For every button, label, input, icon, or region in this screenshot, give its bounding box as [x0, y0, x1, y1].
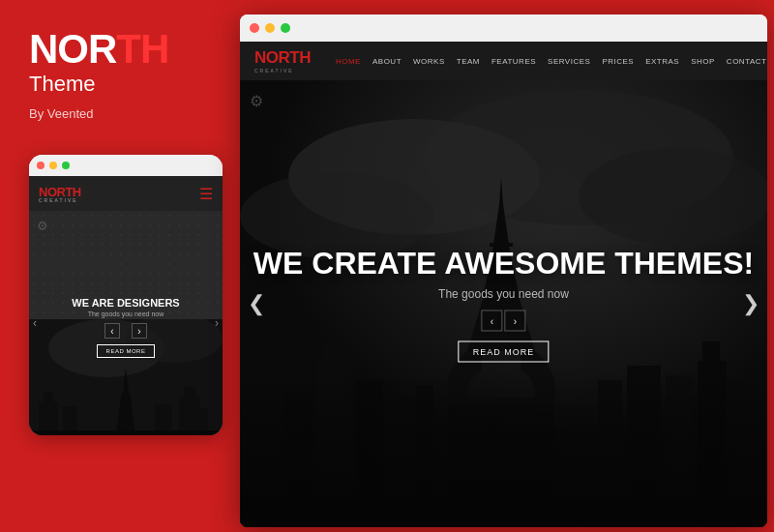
nav-works[interactable]: WORKS	[407, 57, 451, 66]
mobile-read-more-button[interactable]: READ MORE	[97, 344, 155, 358]
svg-rect-7	[39, 401, 58, 435]
mobile-content: ⚙	[29, 211, 223, 435]
mobile-hamburger-icon[interactable]: ☰	[199, 185, 213, 203]
mobile-mockup: NORTH CREATIVE ☰ ⚙	[29, 155, 223, 435]
svg-point-21	[579, 148, 767, 245]
hero-next-arrow[interactable]: ›	[505, 310, 526, 332]
nav-contact[interactable]: CONTACT	[721, 57, 767, 66]
mobile-hero-subtitle: The goods you need now	[29, 310, 223, 317]
nav-prices[interactable]: PRICES	[596, 57, 640, 66]
mobile-hero-content: WE ARE DESIGNERS The goods you need now …	[29, 297, 223, 358]
nav-links: HOME ABOUT WORKS TEAM FEATURES SERVICES …	[330, 57, 767, 66]
desktop-logo-white: NOR	[254, 48, 289, 67]
hero-slide-arrows: ‹ ›	[253, 310, 754, 332]
desktop-dot-red	[250, 23, 259, 33]
desktop-mockup: NORTH CREATIVE HOME ABOUT WORKS TEAM FEA…	[240, 15, 767, 527]
desktop-logo-creative: CREATIVE	[254, 68, 311, 74]
desktop-dot-yellow	[265, 23, 275, 33]
mobile-logo: NORTH CREATIVE	[39, 185, 81, 203]
hero-prev-arrow[interactable]: ‹	[482, 310, 503, 332]
mobile-gear-icon: ⚙	[37, 219, 48, 233]
desktop-hero: ⚙ ❮ ❯ WE CREATE AWESOME THEMES! The good…	[240, 80, 767, 527]
nav-features[interactable]: FEATURES	[486, 57, 542, 66]
desktop-logo: NORTH CREATIVE	[254, 48, 311, 74]
mobile-prev-arrow[interactable]: ‹	[104, 323, 120, 339]
hero-read-more-button[interactable]: READ MORE	[459, 341, 550, 363]
hero-content: WE CREATE AWESOME THEMES! The goods you …	[253, 246, 754, 363]
desktop-gear-icon: ⚙	[250, 92, 263, 110]
desktop-title-bar	[240, 15, 767, 42]
nav-about[interactable]: ABOUT	[367, 57, 407, 66]
mobile-hero-title: WE ARE DESIGNERS	[29, 297, 223, 309]
nav-extras[interactable]: EXTRAS	[640, 57, 685, 66]
desktop-logo-red: TH	[289, 48, 311, 67]
brand-by: By Veented	[29, 106, 94, 121]
svg-rect-12	[184, 387, 195, 397]
left-panel: NORTH Theme By Veented NORTH CREATIVE ☰ …	[0, 0, 232, 532]
desktop-dot-green	[281, 23, 290, 33]
hero-subtitle: The goods you need now	[253, 287, 754, 301]
mobile-dot-green	[62, 162, 70, 169]
svg-rect-14	[29, 430, 223, 435]
nav-services[interactable]: SERVICES	[542, 57, 596, 66]
brand-subtitle: Theme	[29, 72, 95, 97]
nav-team[interactable]: TEAM	[451, 57, 486, 66]
mobile-nav: NORTH CREATIVE ☰	[29, 176, 223, 211]
brand-title: NORTH	[29, 29, 168, 70]
svg-rect-46	[240, 370, 767, 527]
mobile-slide-arrows: ‹ ›	[29, 323, 223, 339]
brand-title-red: TH	[116, 26, 168, 72]
mobile-logo-creative: CREATIVE	[39, 197, 81, 203]
mobile-next-arrow[interactable]: ›	[132, 323, 147, 339]
svg-rect-8	[44, 392, 53, 401]
nav-home[interactable]: HOME	[330, 57, 367, 66]
hero-main-title: WE CREATE AWESOME THEMES!	[253, 246, 754, 281]
mobile-dot-red	[37, 162, 45, 169]
brand-title-white: NOR	[29, 26, 116, 72]
desktop-nav-bar: NORTH CREATIVE HOME ABOUT WORKS TEAM FEA…	[240, 42, 767, 80]
mobile-dot-yellow	[49, 162, 57, 169]
nav-shop[interactable]: SHOP	[685, 57, 721, 66]
mobile-title-bar	[29, 155, 223, 176]
